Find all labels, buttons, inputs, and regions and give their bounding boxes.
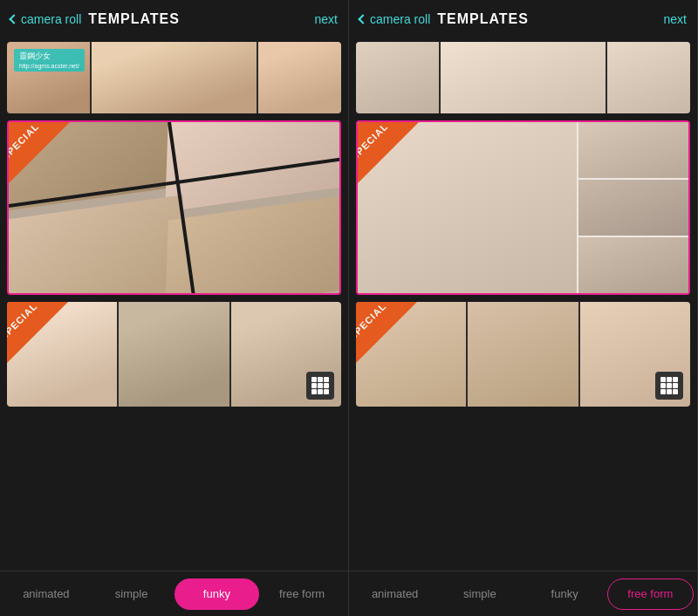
right-special-label: SPECIAL [358, 122, 390, 162]
right-tab-freeform[interactable]: free form [607, 578, 694, 610]
right-header: camera roll TEMPLATES next [349, 0, 697, 38]
left-bot-photo-2 [119, 302, 229, 407]
right-mid-small-3 [578, 237, 688, 293]
right-title: TEMPLATES [437, 11, 529, 27]
right-card-middle[interactable]: SPECIAL [356, 120, 690, 295]
right-tab-bar: animated simple funky free form [349, 571, 697, 616]
watermark: 靈鋼少女 http://agms.acster.net/ [14, 49, 85, 72]
right-mid-small-1 [578, 122, 688, 178]
left-back-label: camera roll [21, 12, 81, 26]
left-scroll-area: 靈鋼少女 http://agms.acster.net/ SPECIAL [0, 38, 348, 571]
right-back-label: camera roll [370, 12, 430, 26]
diag-photo-2 [165, 122, 339, 212]
left-tab-funky[interactable]: funky [174, 578, 260, 610]
right-grid-icon [660, 377, 678, 394]
right-grid-button[interactable] [655, 372, 683, 400]
right-card-top[interactable] [356, 42, 690, 113]
right-chevron-icon [358, 14, 367, 24]
diag-photo-3 [9, 195, 183, 293]
left-bot-special-badge: SPECIAL [7, 302, 68, 363]
right-panel: camera roll TEMPLATES next SPECIAL [349, 0, 698, 616]
left-chevron-icon [9, 14, 18, 24]
left-back-button[interactable]: camera roll [10, 12, 81, 26]
left-header: camera roll TEMPLATES next [0, 0, 348, 38]
left-tab-bar: animated simple funky free form [0, 571, 348, 616]
left-grid-icon [311, 377, 329, 394]
left-special-badge: SPECIAL [9, 122, 70, 183]
right-next-button[interactable]: next [664, 12, 687, 26]
left-next-button[interactable]: next [315, 12, 338, 26]
left-card-bottom[interactable]: SPECIAL [7, 302, 341, 407]
right-bot-photo-2 [468, 302, 578, 407]
left-panel: camera roll TEMPLATES next 靈鋼少女 http://a… [0, 0, 349, 616]
left-top-photo-3 [258, 42, 341, 113]
right-top-photo-3 [607, 42, 690, 113]
right-mid-small-2 [578, 180, 688, 236]
right-scroll-area: SPECIAL SPECIAL [349, 38, 697, 571]
left-card-top[interactable]: 靈鋼少女 http://agms.acster.net/ [7, 42, 341, 113]
right-top-photo-2 [441, 42, 606, 113]
right-top-photo-1 [356, 42, 439, 113]
left-tab-freeform[interactable]: free form [259, 578, 345, 610]
right-bot-special-badge: SPECIAL [356, 302, 417, 363]
left-special-label: SPECIAL [9, 122, 41, 162]
right-card-bottom[interactable]: SPECIAL [356, 302, 690, 407]
right-tab-simple[interactable]: simple [437, 578, 522, 610]
right-back-button[interactable]: camera roll [359, 12, 430, 26]
left-tab-animated[interactable]: animated [3, 578, 89, 610]
right-bot-special-label: SPECIAL [356, 302, 388, 342]
left-card-middle[interactable]: SPECIAL [7, 120, 341, 295]
left-tab-simple[interactable]: simple [89, 578, 174, 610]
left-top-photo-2 [92, 42, 257, 113]
right-special-badge: SPECIAL [358, 122, 419, 183]
left-bot-special-label: SPECIAL [7, 302, 39, 342]
right-tab-funky[interactable]: funky [523, 578, 607, 610]
right-tab-animated[interactable]: animated [352, 578, 437, 610]
left-title: TEMPLATES [88, 11, 180, 27]
left-grid-button[interactable] [306, 372, 334, 400]
